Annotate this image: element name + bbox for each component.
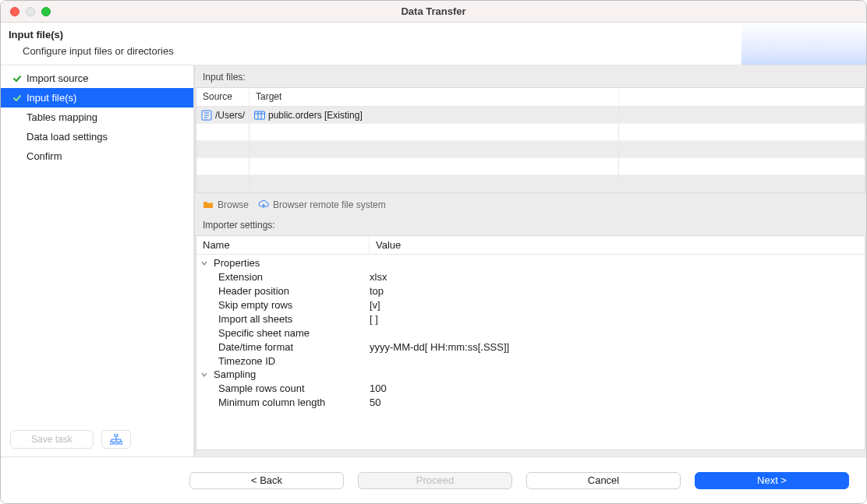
step-label: Data load settings: [27, 131, 108, 143]
input-files-table: Source Target /Users/ public.orders [Exi…: [196, 87, 865, 193]
svg-rect-2: [115, 442, 118, 444]
step-data-load-settings[interactable]: Data load settings: [1, 127, 193, 146]
header: Input file(s) Configure input files or d…: [1, 23, 866, 65]
group-properties[interactable]: Properties: [196, 256, 865, 270]
cloud-upload-icon: [258, 199, 269, 210]
table-icon: [254, 110, 265, 121]
browse-link[interactable]: Browse: [203, 199, 249, 210]
table-row-empty: [196, 124, 865, 141]
prop-skip-empty-rows[interactable]: Skip empty rows[v]: [196, 298, 865, 312]
tree-icon: [110, 434, 122, 445]
cancel-button[interactable]: Cancel: [526, 472, 681, 489]
footer: < Back Proceed Cancel Next >: [1, 456, 866, 503]
col-value[interactable]: Value: [370, 236, 865, 254]
file-actions: Browse Browser remote file system: [195, 193, 866, 213]
table-row[interactable]: /Users/ public.orders [Existing]: [196, 107, 865, 124]
step-label: Confirm: [27, 150, 62, 162]
step-label: Input file(s): [27, 92, 76, 104]
cell-source: /Users/: [196, 107, 249, 123]
cell-extra: [619, 107, 865, 123]
back-button[interactable]: < Back: [189, 472, 344, 489]
col-name[interactable]: Name: [196, 236, 370, 254]
save-task-button: Save task: [10, 430, 94, 449]
table-row-empty: [196, 141, 865, 158]
prop-header-position[interactable]: Header positiontop: [196, 284, 865, 298]
table-row-empty: [196, 158, 865, 175]
window: Data Transfer Input file(s) Configure in…: [0, 0, 867, 504]
step-input-files[interactable]: Input file(s): [1, 88, 193, 107]
check-icon: [12, 74, 22, 83]
table-header: Source Target: [196, 88, 865, 107]
export-config-button[interactable]: [101, 430, 131, 449]
prop-sample-rows-count[interactable]: Sample rows count100: [196, 381, 865, 395]
settings-table: Name Value Properties Extensionxlsx Head…: [196, 235, 865, 450]
page-title: Input file(s): [9, 29, 858, 41]
step-label: Import source: [27, 72, 88, 84]
step-tables-mapping[interactable]: Tables mapping: [1, 107, 193, 127]
browse-remote-link[interactable]: Browser remote file system: [258, 199, 386, 210]
importer-settings-label: Importer settings:: [195, 213, 866, 235]
svg-rect-3: [119, 442, 122, 444]
cell-target: public.orders [Existing]: [249, 107, 619, 123]
prop-extension[interactable]: Extensionxlsx: [196, 270, 865, 284]
col-target[interactable]: Target: [249, 88, 619, 106]
browse-label: Browse: [218, 199, 249, 210]
group-sampling[interactable]: Sampling: [196, 368, 865, 381]
sidebar: Import source Input file(s) Tables mappi…: [1, 65, 194, 456]
titlebar: Data Transfer: [1, 1, 866, 23]
chevron-down-icon: [200, 259, 209, 267]
prop-import-all-sheets[interactable]: Import all sheets[ ]: [196, 312, 865, 326]
prop-minimum-column-length[interactable]: Minimum column length50: [196, 395, 865, 409]
step-import-source[interactable]: Import source: [1, 69, 193, 88]
file-icon: [201, 110, 212, 121]
wizard-steps: Import source Input file(s) Tables mappi…: [1, 65, 193, 422]
source-value: /Users/: [215, 110, 245, 121]
svg-rect-1: [110, 442, 113, 444]
proceed-button: Proceed: [358, 472, 512, 489]
group-label: Properties: [214, 257, 260, 269]
settings-body: Properties Extensionxlsx Header position…: [196, 255, 865, 449]
step-confirm[interactable]: Confirm: [1, 146, 193, 166]
col-source[interactable]: Source: [196, 88, 249, 106]
table-row-empty: [196, 175, 865, 192]
sidebar-bottom: Save task: [1, 422, 193, 456]
svg-rect-0: [115, 434, 118, 436]
chevron-down-icon: [200, 371, 209, 379]
page-description: Configure input files or directories: [9, 41, 858, 57]
folder-icon: [203, 199, 214, 210]
input-files-label: Input files:: [195, 65, 866, 87]
main: Input files: Source Target /Users/: [194, 65, 866, 456]
prop-datetime-format[interactable]: Date/time formatyyyy-MM-dd[ HH:mm:ss[.SS…: [196, 340, 865, 354]
body: Import source Input file(s) Tables mappi…: [1, 65, 866, 456]
window-title: Data Transfer: [1, 5, 866, 17]
prop-timezone-id[interactable]: Timezone ID: [196, 354, 865, 368]
step-label: Tables mapping: [27, 111, 97, 123]
svg-rect-5: [255, 111, 265, 119]
prop-specific-sheet-name[interactable]: Specific sheet name: [196, 326, 865, 340]
group-label: Sampling: [214, 368, 256, 380]
table-body: /Users/ public.orders [Existing]: [196, 107, 865, 192]
remote-label: Browser remote file system: [273, 199, 386, 210]
settings-header: Name Value: [196, 236, 865, 255]
col-extra: [619, 88, 865, 106]
check-icon: [12, 93, 22, 103]
target-value: public.orders [Existing]: [268, 110, 363, 121]
next-button[interactable]: Next >: [695, 472, 849, 489]
